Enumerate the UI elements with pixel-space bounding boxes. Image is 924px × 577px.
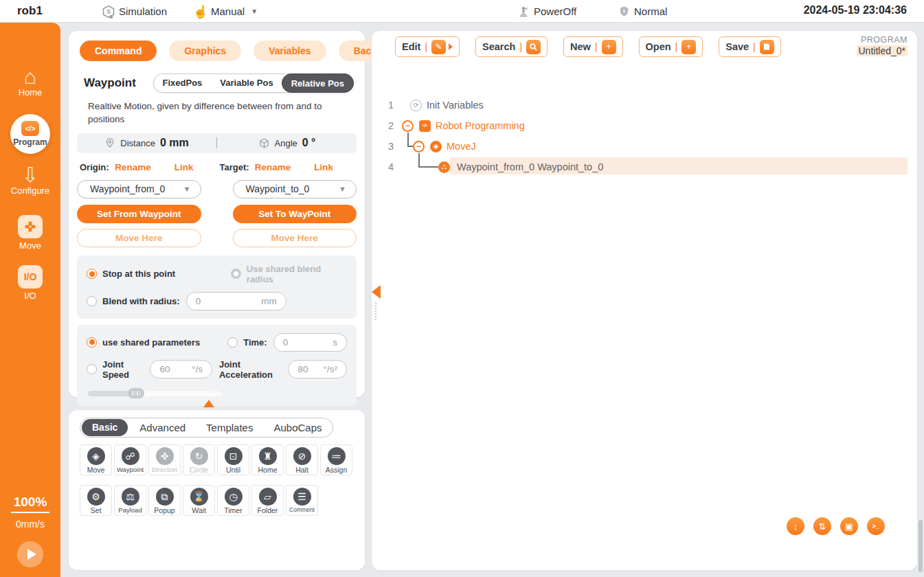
time-radio[interactable] — [227, 337, 238, 348]
origin-rename-link[interactable]: Rename — [115, 162, 151, 172]
blend-radius-radio[interactable] — [87, 296, 97, 306]
tab-aubocaps[interactable]: AuboCaps — [263, 422, 332, 433]
open-folder-icon: + — [681, 40, 696, 54]
palette-row-2: ⚙Set ⚖Payload ⧉Popup ⌛Wait ◷Timer ▱Folde… — [80, 485, 354, 516]
set-from-waypoint-button[interactable]: Set From Waypoint — [77, 205, 201, 223]
home-icon: ⌂ — [0, 67, 60, 87]
tab-graphics[interactable]: Graphics — [169, 41, 241, 61]
magnifier-icon — [526, 40, 541, 54]
tree-row-init-variables[interactable]: 1 ⟳ Init Variables — [388, 97, 484, 113]
set-to-waypoint-button[interactable]: Set To WayPoint — [233, 205, 357, 223]
panel-collapse-handle[interactable] — [372, 285, 381, 299]
sidebar-item-program[interactable]: </> Program — [0, 114, 60, 154]
palette-item-timer[interactable]: ◷Timer — [217, 485, 249, 516]
until-cmd-icon: ⊡ — [225, 447, 243, 465]
target-waypoint-select[interactable]: Waypoint_to_0 ▼ — [233, 180, 357, 199]
speed-slider[interactable] — [88, 391, 223, 396]
power-status-button[interactable]: PowerOff — [517, 0, 576, 23]
stop-at-point-radio[interactable] — [87, 269, 97, 279]
time-input[interactable]: 0 s — [273, 333, 347, 352]
speed-percent[interactable]: 100% — [0, 495, 60, 513]
origin-waypoint-select[interactable]: Waypoint_from_0 ▼ — [77, 180, 201, 199]
chevron-down-icon: ▼ — [251, 8, 258, 15]
top-bar: rob1 S Simulation ☝ Manual ▼ PowerOff No… — [0, 0, 924, 23]
palette-item-waypoint[interactable]: ☍Waypoint — [114, 444, 146, 475]
move-arrows-icon: ✜ — [18, 215, 43, 238]
tab-advanced[interactable]: Advanced — [129, 422, 196, 433]
joint-accel-input[interactable]: 80 °/s² — [288, 360, 347, 378]
tree-row-robot-programming[interactable]: 2 − ‹/› Robot Programming — [388, 117, 525, 134]
joint-speed-input[interactable]: 60 °/s — [150, 360, 212, 378]
target-label: Target: — [220, 162, 255, 172]
open-button[interactable]: Open | + — [639, 36, 703, 57]
chevron-down-icon: ▼ — [339, 185, 346, 193]
sidebar-item-move[interactable]: ✜ Move — [0, 215, 60, 251]
target-move-here-button[interactable]: Move Here — [233, 229, 357, 247]
sidebar-item-io[interactable]: I/O I/O — [0, 265, 60, 301]
tree-row-waypoint[interactable]: 4 ∴ Waypoint_from_0 Waypoint_to_0 — [388, 159, 603, 175]
shared-blend-label: Use shared blend radius — [247, 264, 347, 284]
joint-accel-label: Joint Acceleration — [219, 359, 284, 380]
distance-angle-bar: Distance 0 mm Angle 0 ° — [77, 133, 357, 153]
distance-value: 0 mm — [160, 137, 189, 149]
palette-item-set[interactable]: ⚙Set — [80, 485, 112, 516]
slider-handle[interactable] — [128, 388, 144, 398]
angle-value: 0 ° — [302, 137, 316, 149]
fullscreen-icon[interactable]: ▣ — [840, 517, 858, 535]
play-button[interactable] — [17, 541, 43, 567]
sidebar-item-configure[interactable]: ⇩ Configure — [0, 165, 60, 196]
expand-nodes-icon[interactable]: ↕ — [787, 517, 804, 535]
program-label: PROGRAM — [857, 35, 908, 45]
new-button[interactable]: New | + — [563, 36, 622, 57]
palette-item-comment[interactable]: ☰Comment — [286, 485, 318, 516]
pos-mode-variable[interactable]: Variable Pos — [211, 73, 282, 93]
joint-speed-radio[interactable] — [87, 364, 97, 374]
tab-basic[interactable]: Basic — [82, 419, 128, 436]
palette-item-circle: ↻Circle — [183, 444, 215, 475]
palette-item-popup[interactable]: ⧉Popup — [148, 485, 181, 516]
move-cmd-icon: ◈ — [87, 447, 105, 465]
scrollbar-thumb[interactable] — [919, 520, 923, 572]
palette-item-wait[interactable]: ⌛Wait — [183, 485, 215, 516]
palette-item-folder[interactable]: ▱Folder — [251, 485, 284, 516]
pos-mode-relative[interactable]: Relative Pos — [282, 73, 354, 93]
palette-item-assign[interactable]: ≔Assign — [320, 444, 352, 475]
collapse-node-icon[interactable]: − — [402, 120, 414, 132]
simulation-label: Simulation — [119, 5, 167, 17]
mode-dropdown[interactable]: ☝ Manual ▼ — [194, 0, 258, 23]
panel-expand-handle[interactable] — [203, 400, 214, 407]
tab-templates[interactable]: Templates — [196, 422, 263, 433]
search-button[interactable]: Search | — [475, 36, 548, 57]
tree-row-movej[interactable]: 3 − ◈ MoveJ — [388, 138, 476, 155]
palette-item-home[interactable]: ♜Home — [251, 444, 284, 475]
palette-item-halt[interactable]: ⊘Halt — [286, 444, 318, 475]
pos-mode-fixed[interactable]: FixedPos — [154, 73, 212, 93]
origin-move-here-button[interactable]: Move Here — [77, 229, 201, 247]
halt-cmd-icon: ⊘ — [293, 447, 311, 465]
target-rename-link[interactable]: Rename — [255, 162, 291, 172]
terminal-icon[interactable]: >_ — [867, 517, 885, 535]
edit-button[interactable]: Edit | ✎ — [395, 36, 460, 57]
save-button[interactable]: Save | — [719, 36, 781, 57]
collapse-node-icon[interactable]: − — [413, 141, 425, 152]
movej-icon: ◈ — [430, 141, 442, 152]
init-variables-icon: ⟳ — [410, 100, 422, 111]
sidebar-item-home[interactable]: ⌂ Home — [0, 67, 60, 98]
safety-status-button[interactable]: Normal — [617, 0, 667, 23]
palette-item-payload[interactable]: ⚖Payload — [114, 485, 146, 516]
simulation-toggle[interactable]: S Simulation — [102, 0, 167, 23]
palette-item-move[interactable]: ◈Move — [80, 444, 112, 475]
wait-cmd-icon: ⌛ — [190, 488, 208, 506]
blend-radius-input[interactable]: 0 mm — [186, 292, 286, 310]
collapse-nodes-icon[interactable]: ⇅ — [813, 517, 831, 535]
folder-cmd-icon: ▱ — [259, 488, 277, 506]
tab-command[interactable]: Command — [80, 41, 157, 61]
palette-item-until[interactable]: ⊡Until — [217, 444, 249, 475]
target-link-link[interactable]: Link — [314, 162, 333, 172]
origin-link-link[interactable]: Link — [174, 162, 194, 172]
safety-status-label: Normal — [634, 5, 667, 17]
joint-speed-label: Joint Speed — [102, 359, 144, 380]
shared-params-radio[interactable] — [87, 337, 97, 348]
tab-variables[interactable]: Variables — [253, 41, 326, 61]
shared-blend-radio — [231, 269, 241, 279]
